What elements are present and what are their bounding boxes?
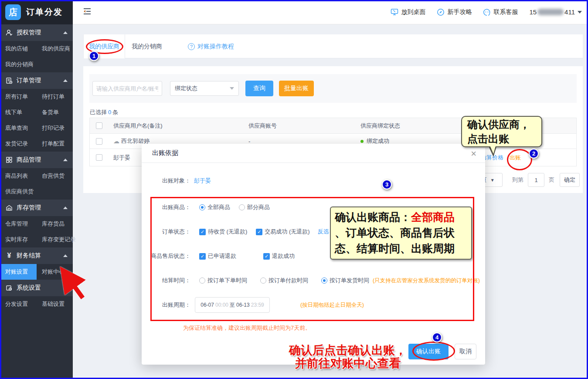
radio-icon[interactable] (239, 204, 245, 210)
billing-period-range-input[interactable]: 06-07 00:00 至 06-13 23:59 (195, 297, 270, 313)
sidebar-item-reconcile-settings[interactable]: 对账设置 (0, 264, 37, 280)
goto-label: 到第 (512, 176, 523, 184)
radio-all-goods[interactable]: 全部商品 (199, 203, 230, 211)
radio-partial-goods[interactable]: 部分商品 (239, 203, 270, 211)
billing-link[interactable]: 出账 (510, 154, 521, 162)
checkbox-icon[interactable]: ✓ (263, 253, 270, 260)
sidebar-item-product-list[interactable]: 商品列表 (0, 168, 37, 184)
step-badge-1: 1 (89, 51, 99, 61)
sidebar-item-supplier-supply[interactable]: 供应商供货 (0, 184, 37, 200)
sidebar-item-all-orders[interactable]: 所有订单 (0, 89, 37, 105)
checkbox-icon[interactable]: ✓ (256, 229, 262, 235)
tab-my-distributors[interactable]: 我的分销商 (125, 34, 169, 58)
cancel-button[interactable]: 取消 (455, 344, 476, 359)
send-to-desktop-button[interactable]: 放到桌面 (391, 8, 425, 16)
confirm-billing-button[interactable]: 确认出账 (408, 344, 449, 359)
billing-period-note: (按日期包括起止日期全天) (300, 301, 364, 309)
sidebar-item-to-print[interactable]: 待打订单 (37, 89, 73, 105)
sidebar-group-label: 授权管理 (17, 29, 41, 37)
account-menu[interactable]: 15 411 (529, 8, 582, 16)
sidebar-item-stock-change-log[interactable]: 库存变更记录 (37, 232, 73, 247)
close-icon[interactable]: × (469, 147, 478, 160)
radio-label: 按订单发货时间 (330, 277, 369, 284)
sidebar-item-stockup[interactable]: 备货单 (37, 105, 73, 120)
status-dot (360, 140, 364, 143)
sidebar-item-offline[interactable]: 线下单 (0, 105, 37, 120)
batch-billing-button[interactable]: 批量出账 (279, 81, 314, 96)
supplier-search-input[interactable] (92, 81, 162, 96)
sidebar-group-finance[interactable]: ¥ 财务结算 (0, 247, 73, 264)
radio-by-order-time[interactable]: 按订单下单时间 (199, 277, 247, 284)
contact-support-label: 联系客服 (493, 8, 518, 16)
collapse-arrow-icon (63, 206, 68, 209)
query-button[interactable]: 查询 (245, 81, 273, 96)
checkbox-refund-success[interactable]: ✓ 退款成功 (263, 252, 295, 260)
beginner-guide-button[interactable]: 新手攻略 (437, 8, 472, 16)
sidebar-group-products[interactable]: 商品管理 (0, 152, 73, 168)
sidebar-item-my-shops[interactable]: 我的店铺 (0, 41, 37, 57)
tabs-bar: 我的供应商 我的分销商 ? 对账操作教程 (83, 34, 583, 58)
select-all-checkbox[interactable] (96, 122, 102, 129)
beginner-guide-label: 新手攻略 (447, 8, 472, 16)
goto-page-button[interactable]: 确定 (560, 173, 580, 187)
sidebar-group-auth[interactable]: 授权管理 (0, 24, 73, 41)
yen-icon: ¥ (5, 252, 13, 260)
checkbox-icon[interactable]: ✓ (199, 253, 206, 260)
radio-icon[interactable] (321, 277, 327, 284)
page-number-input[interactable] (528, 173, 544, 187)
row-checkbox[interactable] (96, 138, 102, 145)
sidebar-item-my-distributors[interactable]: 我的分销商 (0, 57, 37, 72)
radio-by-pay-time[interactable]: 按订单付款时间 (260, 277, 308, 284)
sidebar-item-stock-goods[interactable]: 库存货品 (37, 216, 73, 232)
checkbox-refund-applied[interactable]: ✓ 已申请退款 (199, 252, 236, 260)
collapse-sidebar-icon[interactable] (82, 7, 92, 17)
step-badge-2: 2 (529, 149, 539, 159)
checkbox-trade-success[interactable]: ✓ 交易成功 (无退款) (256, 228, 309, 236)
app-logo: 店 (5, 4, 21, 20)
checkbox-icon[interactable]: ✓ (199, 229, 206, 235)
sidebar-items-products: 商品列表 自营供货 供应商供货 (0, 168, 73, 200)
sidebar-item-receipt-search[interactable]: 底单查询 (0, 120, 37, 136)
sidebar-group-inventory[interactable]: 库存管理 (0, 200, 73, 216)
sidebar-item-warehouse-mgmt[interactable]: 仓库管理 (0, 216, 37, 232)
sidebar-item-ship-log[interactable]: 发货记录 (0, 136, 37, 152)
goods-label: 出账商品： (150, 203, 190, 211)
sidebar-items-inventory: 仓库管理 库存货品 实时库存 库存变更记录 (0, 216, 73, 247)
topbar: 放到桌面 新手攻略 联系客服 15 411 (73, 0, 588, 24)
sidebar-group-orders[interactable]: 订单管理 (0, 72, 73, 89)
reconcile-tutorial-link[interactable]: ? 对账操作教程 (188, 34, 234, 58)
order-status-label: 订单状态： (150, 228, 190, 236)
annotation-arrow (52, 262, 92, 304)
sidebar-item-realtime-stock[interactable]: 实时库存 (0, 232, 37, 247)
billing-target-value[interactable]: 彭于晏 (194, 177, 211, 185)
sidebar-item-self-supply[interactable]: 自营供货 (37, 168, 73, 184)
invert-selection-link[interactable]: 反选 (318, 228, 329, 236)
account-phone-prefix: 15 (529, 8, 537, 16)
sidebar-item-print-config[interactable]: 打单配置 (37, 136, 73, 152)
sidebar-group-label: 商品管理 (17, 156, 41, 164)
billing-target-label: 出账对象： (150, 177, 190, 185)
contact-support-button[interactable]: 联系客服 (483, 8, 518, 16)
radio-icon[interactable] (260, 277, 266, 284)
bottom-note-line1: 确认后点击确认出账， (289, 344, 407, 357)
period-to-label: 至 (230, 301, 235, 309)
checkbox-label: 交易成功 (无退款) (265, 228, 309, 236)
sidebar-item-my-suppliers[interactable]: 我的供应商 (37, 41, 73, 57)
checkbox-awaiting-receipt[interactable]: ✓ 待收货 (无退款) (199, 228, 247, 236)
row-checkbox[interactable] (96, 154, 102, 161)
caret-down-icon: ▼ (490, 178, 495, 183)
sidebar: 店 订单分发 授权管理 我的店铺 我的供应商 我的分销商 订单管理 所有订单 待… (0, 0, 73, 379)
sidebar-item-distribution-settings[interactable]: 分发设置 (0, 296, 37, 312)
selection-suffix: 条 (112, 109, 118, 115)
radio-icon[interactable] (199, 277, 205, 284)
radio-icon[interactable] (199, 204, 205, 210)
logo-area: 店 订单分发 (0, 0, 73, 24)
collapse-arrow-icon (63, 31, 68, 34)
radio-by-ship-time[interactable]: 按订单发货时间 (321, 277, 369, 284)
collapse-arrow-icon (63, 254, 68, 257)
note-highlight: 全部商品 (411, 211, 455, 223)
period-start-time: 00:00 (215, 302, 228, 308)
period-end-time: 23:59 (251, 302, 264, 308)
bind-status-select[interactable]: 绑定状态 (170, 81, 239, 96)
sidebar-item-print-log[interactable]: 打印记录 (37, 120, 73, 136)
